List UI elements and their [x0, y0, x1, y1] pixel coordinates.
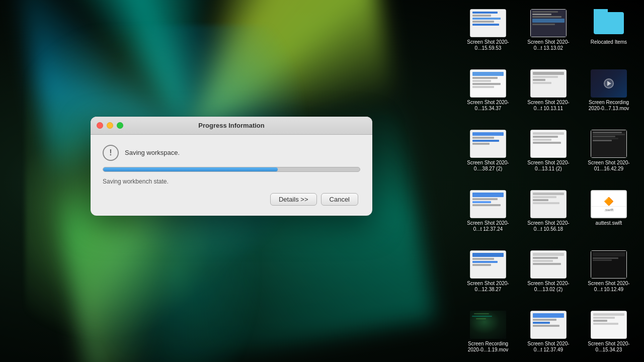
icon-screenshot-10[interactable]: Screen Shot 2020-0...12.38.27	[458, 246, 518, 307]
icon-thumbnail-6	[530, 130, 567, 158]
icon-label-rec1: Screen Recording 2020-0...7.13.mov	[586, 100, 631, 112]
desktop-icons-grid: Screen Shot 2020-0...15.59.53 Screen Sho…	[453, 0, 644, 362]
details-button[interactable]: Details >>	[270, 193, 317, 206]
icon-thumbnail-10	[470, 250, 506, 279]
cancel-button[interactable]: Cancel	[321, 193, 358, 206]
close-button[interactable]	[97, 122, 103, 129]
icon-label-12: Screen Shot 2020-0...t 10.12.49	[586, 281, 631, 293]
icon-label-5: Screen Shot 2020-0....38.27 (2)	[465, 160, 511, 172]
icon-screenshot-13[interactable]: Screen Shot 2020-0...t 12.37.49	[518, 307, 579, 362]
icon-screenshot-3[interactable]: Screen Shot 2020-0...15.34.37	[458, 65, 518, 126]
icon-label-1: Screen Shot 2020-0...15.59.53	[465, 39, 511, 51]
dialog-overlay: Progress Information ! Saving workspace.…	[0, 0, 463, 362]
icon-label-11: Screen Shot 2020-0....13.02 (2)	[526, 281, 571, 293]
icon-recording-2[interactable]: Screen Recording 2020-0...1.19.mov	[458, 307, 518, 362]
progress-bar-fill	[103, 167, 278, 171]
icon-thumbnail-rec1	[591, 69, 627, 98]
progress-dialog: Progress Information ! Saving workspace.…	[91, 117, 372, 216]
icon-recording-1[interactable]: Screen Recording 2020-0...7.13.mov	[579, 65, 639, 126]
icon-thumbnail-swift: 🔶 .swift	[591, 190, 627, 218]
icon-screenshot-6[interactable]: Screen Shot 2020-0...13.11 (2)	[518, 126, 579, 186]
icon-label-14: Screen Shot 2020-0...15.34.23	[586, 341, 631, 353]
icon-label-8: Screen Shot 2020-0...t 12.37.24	[465, 220, 511, 232]
icon-label-4: Screen Shot 2020-0...t 10.13.11	[526, 100, 571, 112]
icon-screenshot-9[interactable]: Screen Shot 2020-0...t 10.56.18	[518, 186, 579, 246]
icon-screenshot-7[interactable]: Screen Shot 2020-01...16.42.29	[579, 126, 639, 186]
dialog-footer: Details >> Cancel	[103, 193, 360, 208]
icon-thumbnail-folder	[591, 9, 627, 37]
folder-icon	[594, 12, 624, 34]
warning-icon: !	[103, 145, 119, 161]
icon-screenshot-12[interactable]: Screen Shot 2020-0...t 10.12.49	[579, 246, 639, 307]
icon-folder[interactable]: Relocated Items	[579, 5, 639, 65]
icon-label-rec2: Screen Recording 2020-0...1.19.mov	[465, 341, 511, 353]
icon-screenshot-14[interactable]: Screen Shot 2020-0...15.34.23	[579, 307, 639, 362]
icon-label-6: Screen Shot 2020-0...13.11 (2)	[526, 160, 571, 172]
icon-label-3: Screen Shot 2020-0...15.34.37	[465, 100, 511, 112]
icon-thumbnail-9	[530, 190, 567, 218]
icon-screenshot-2[interactable]: Screen Shot 2020-0...t 13.13.02	[518, 5, 579, 65]
progress-bar-container	[103, 167, 360, 172]
icon-thumbnail-13	[530, 311, 567, 339]
icon-swift[interactable]: 🔶 .swift auttest.swift	[579, 186, 639, 246]
icon-screenshot-8[interactable]: Screen Shot 2020-0...t 12.37.24	[458, 186, 518, 246]
maximize-button[interactable]	[117, 122, 123, 129]
icon-thumbnail-1	[470, 9, 506, 37]
sub-message: Saving workbench state.	[103, 178, 360, 185]
dialog-title: Progress Information	[198, 122, 264, 129]
status-row: ! Saving workspace.	[103, 145, 360, 161]
icon-thumbnail-3	[470, 69, 506, 98]
icon-thumbnail-8	[470, 190, 506, 218]
icon-thumbnail-4	[530, 69, 567, 98]
icon-label-7: Screen Shot 2020-01...16.42.29	[586, 160, 631, 172]
icon-label-10: Screen Shot 2020-0...12.38.27	[465, 281, 511, 293]
icon-screenshot-4[interactable]: Screen Shot 2020-0...t 10.13.11	[518, 65, 579, 126]
icon-thumbnail-5	[470, 130, 506, 158]
icon-thumbnail-11	[530, 250, 567, 279]
icon-label-swift: auttest.swift	[596, 220, 622, 226]
status-message: Saving workspace.	[125, 149, 180, 156]
icon-label-9: Screen Shot 2020-0...t 10.56.18	[526, 220, 571, 232]
icon-label-13: Screen Shot 2020-0...t 12.37.49	[526, 341, 571, 353]
icon-thumbnail-rec2	[470, 311, 506, 339]
dialog-titlebar: Progress Information	[91, 117, 372, 135]
minimize-button[interactable]	[107, 122, 113, 129]
icon-thumbnail-2	[530, 9, 567, 37]
icon-label-folder: Relocated Items	[591, 39, 627, 45]
icon-screenshot-11[interactable]: Screen Shot 2020-0....13.02 (2)	[518, 246, 579, 307]
window-controls	[97, 122, 123, 129]
dialog-body: ! Saving workspace. Saving workbench sta…	[91, 135, 372, 216]
icon-label-2: Screen Shot 2020-0...t 13.13.02	[526, 39, 571, 51]
icon-thumbnail-12	[591, 250, 627, 279]
icon-screenshot-1[interactable]: Screen Shot 2020-0...15.59.53	[458, 5, 518, 65]
icon-thumbnail-7	[591, 130, 627, 158]
icon-thumbnail-14	[591, 311, 627, 339]
icon-screenshot-5[interactable]: Screen Shot 2020-0....38.27 (2)	[458, 126, 518, 186]
